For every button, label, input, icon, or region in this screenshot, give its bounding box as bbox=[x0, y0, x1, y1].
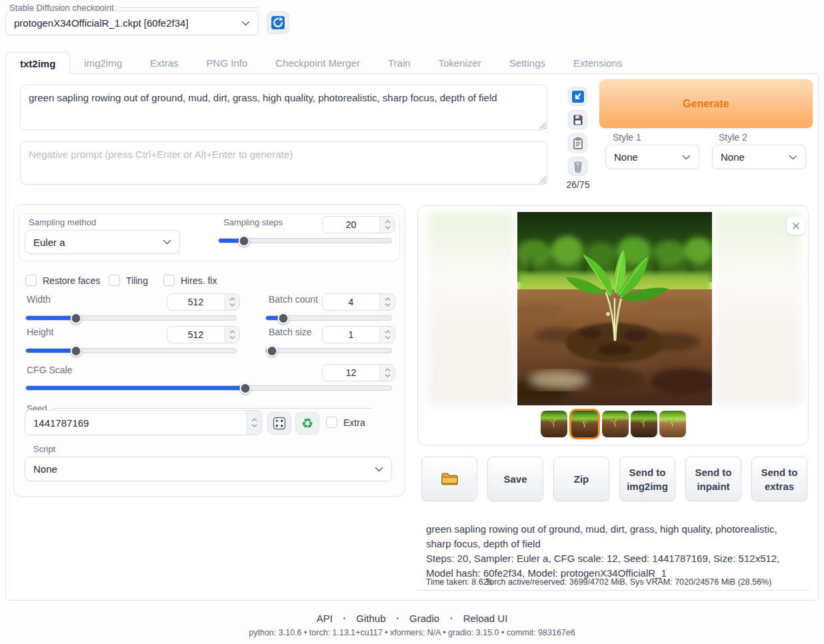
checkbox-box[interactable] bbox=[163, 275, 175, 286]
height-spinner[interactable] bbox=[224, 327, 239, 343]
send-to-inpaint-button[interactable]: Send to inpaint bbox=[685, 457, 741, 501]
height-slider[interactable] bbox=[25, 345, 237, 356]
close-icon bbox=[792, 222, 800, 230]
apply-style-button[interactable] bbox=[568, 133, 587, 153]
output-info-params: Steps: 20, Sampler: Euler a, CFG scale: … bbox=[426, 551, 801, 581]
read-parameters-button[interactable] bbox=[568, 87, 587, 106]
style1-dropdown[interactable]: None bbox=[605, 145, 699, 169]
tab-tokenizer[interactable]: Tokenizer bbox=[425, 52, 495, 74]
output-info-prompt: green sapling rowing out of ground, mud,… bbox=[426, 522, 801, 551]
footer-separator: • bbox=[450, 615, 453, 622]
clear-prompt-button[interactable] bbox=[568, 157, 587, 176]
footer-version-info: python: 3.10.6 • torch: 1.13.1+cu117 • x… bbox=[0, 628, 824, 637]
style1-label: Style 1 bbox=[613, 132, 641, 143]
spinner-up-icon bbox=[385, 330, 391, 334]
refresh-checkpoint-button[interactable] bbox=[267, 11, 289, 34]
prompt-input[interactable]: green sapling rowing out of ground, mud,… bbox=[20, 85, 547, 130]
height-input[interactable]: 512 bbox=[167, 326, 240, 343]
footer-link-reload-ui[interactable]: Reload UI bbox=[463, 613, 508, 624]
gallery-ghost-right bbox=[715, 212, 801, 405]
thumbnail-5[interactable] bbox=[659, 411, 686, 437]
tab-png-info[interactable]: PNG Info bbox=[193, 52, 262, 74]
script-label: Script bbox=[33, 444, 55, 454]
random-seed-button[interactable] bbox=[267, 412, 291, 435]
cfg-scale-label: CFG Scale bbox=[27, 365, 72, 375]
sampling-steps-spinner[interactable] bbox=[379, 217, 395, 233]
close-gallery-button[interactable] bbox=[787, 217, 805, 235]
batch-count-slider[interactable] bbox=[265, 313, 392, 323]
thumbnail-2-selected[interactable] bbox=[569, 409, 600, 439]
reuse-seed-button[interactable]: ♻ bbox=[295, 412, 319, 435]
trash-icon bbox=[571, 160, 585, 173]
chevron-down-icon bbox=[241, 21, 250, 26]
save-button[interactable]: Save bbox=[487, 457, 543, 501]
batch-size-label: Batch size bbox=[269, 327, 312, 337]
cfg-scale-slider[interactable] bbox=[25, 383, 392, 393]
style2-dropdown[interactable]: None bbox=[712, 145, 806, 169]
footer-separator: • bbox=[343, 615, 346, 622]
dice-icon bbox=[273, 417, 286, 430]
spinner-down-icon bbox=[385, 225, 391, 229]
sampling-steps-label: Sampling steps bbox=[223, 217, 283, 227]
spinner-down-icon bbox=[385, 303, 391, 307]
spinner-down-icon bbox=[229, 303, 235, 307]
tab-txt2img[interactable]: txt2img bbox=[5, 52, 70, 74]
spinner-up-icon bbox=[385, 368, 391, 372]
seed-spinner[interactable] bbox=[246, 411, 261, 435]
width-label: Width bbox=[27, 294, 51, 305]
generated-image[interactable] bbox=[517, 212, 712, 405]
checkbox-box[interactable] bbox=[25, 275, 37, 286]
thumbnail-1[interactable] bbox=[541, 411, 567, 437]
tiling-checkbox[interactable]: Tiling bbox=[109, 275, 148, 286]
sampling-steps-input[interactable]: 20 bbox=[322, 216, 395, 233]
checkpoint-dropdown[interactable]: protogenX34OfficialR_1.ckpt [60fe2f34] bbox=[5, 11, 259, 35]
checkbox-box[interactable] bbox=[109, 275, 120, 286]
cfg-scale-spinner[interactable] bbox=[379, 365, 395, 381]
footer-link-gradio[interactable]: Gradio bbox=[409, 613, 439, 624]
send-to-extras-button[interactable]: Send to extras bbox=[751, 457, 807, 501]
batch-size-spinner[interactable] bbox=[379, 327, 395, 343]
cfg-scale-input[interactable]: 12 bbox=[322, 364, 395, 381]
width-slider[interactable] bbox=[25, 313, 237, 323]
batch-size-slider[interactable] bbox=[265, 345, 392, 356]
batch-count-input[interactable]: 4 bbox=[322, 293, 395, 311]
open-folder-button[interactable] bbox=[421, 457, 477, 501]
sampling-method-dropdown[interactable]: Euler a bbox=[25, 230, 180, 254]
gallery-ghost-left bbox=[428, 212, 515, 405]
thumbnail-4[interactable] bbox=[631, 411, 657, 437]
tab-img2img[interactable]: img2img bbox=[70, 52, 136, 74]
hires-fix-checkbox[interactable]: Hires. fix bbox=[163, 275, 217, 286]
tab-extensions[interactable]: Extensions bbox=[559, 52, 636, 74]
spinner-down-icon bbox=[385, 335, 391, 339]
width-spinner[interactable] bbox=[224, 294, 239, 310]
extra-seed-checkbox[interactable]: Extra bbox=[326, 417, 365, 428]
spinner-up-icon bbox=[385, 297, 391, 301]
script-dropdown[interactable]: None bbox=[25, 457, 392, 481]
tab-checkpoint-merger[interactable]: Checkpoint Merger bbox=[261, 52, 374, 74]
batch-count-spinner[interactable] bbox=[379, 294, 395, 310]
send-to-img2img-button[interactable]: Send to img2img bbox=[619, 457, 675, 501]
checkbox-box[interactable] bbox=[326, 417, 337, 428]
footer-link-api[interactable]: API bbox=[317, 613, 333, 624]
seed-input[interactable]: 1441787169 bbox=[25, 410, 262, 435]
negative-prompt-input[interactable] bbox=[20, 141, 547, 185]
restore-faces-checkbox[interactable]: Restore faces bbox=[25, 275, 100, 286]
save-style-button[interactable] bbox=[568, 110, 587, 129]
zip-button[interactable]: Zip bbox=[553, 457, 609, 501]
generate-button[interactable]: Generate bbox=[599, 79, 813, 128]
footer-link-github[interactable]: Github bbox=[356, 613, 385, 624]
chevron-down-icon bbox=[789, 155, 797, 160]
floppy-disk-icon bbox=[571, 113, 585, 127]
sd-webui-page: Stable Diffusion checkpoint protogenX34O… bbox=[0, 0, 824, 644]
tab-bar: txt2img img2img Extras PNG Info Checkpoi… bbox=[5, 52, 636, 74]
tab-train[interactable]: Train bbox=[374, 52, 425, 74]
spinner-up-icon bbox=[251, 418, 257, 422]
spinner-down-icon bbox=[385, 373, 391, 377]
sampling-steps-slider[interactable] bbox=[218, 235, 392, 246]
tab-settings[interactable]: Settings bbox=[495, 52, 559, 74]
tab-extras[interactable]: Extras bbox=[136, 52, 193, 74]
batch-size-input[interactable]: 1 bbox=[322, 326, 395, 343]
thumbnail-3[interactable] bbox=[602, 411, 629, 437]
width-input[interactable]: 512 bbox=[167, 293, 240, 311]
spinner-down-icon bbox=[251, 423, 257, 427]
